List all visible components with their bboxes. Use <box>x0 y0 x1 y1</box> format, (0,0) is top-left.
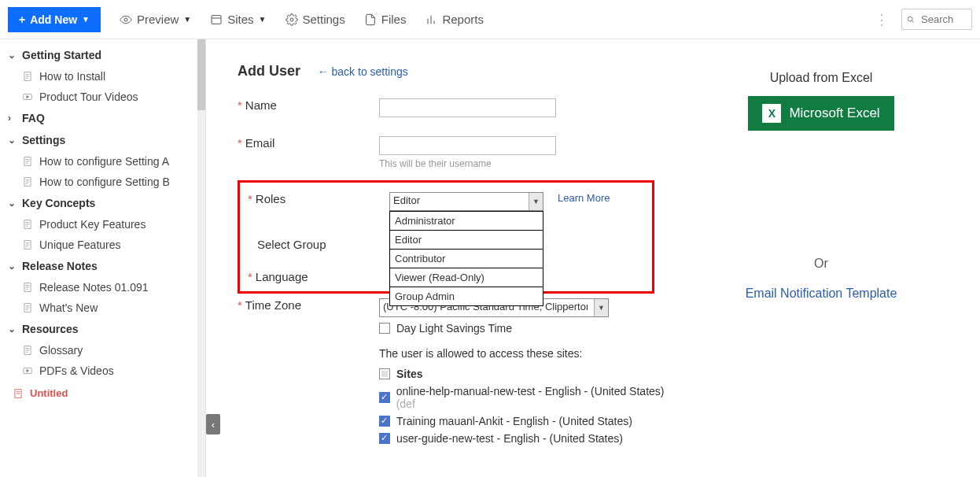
file-icon <box>364 13 377 26</box>
chevron-icon: ⌄ <box>8 261 19 272</box>
reports-label: Reports <box>442 13 484 26</box>
sidebar: ⌄Getting StartedHow to InstallProduct To… <box>0 39 206 477</box>
site-checkbox[interactable] <box>379 433 390 444</box>
daylight-checkbox[interactable] <box>379 323 390 334</box>
sidebar-item-label: Unique Features <box>39 238 121 251</box>
svg-line-8 <box>912 20 914 23</box>
sidebar-section[interactable]: ⌄Resources <box>5 318 205 340</box>
more-icon[interactable]: ⋮ <box>875 11 889 28</box>
site-label: online-help-manual-new-test - English - … <box>396 385 678 410</box>
name-input[interactable] <box>379 98 556 117</box>
email-hint: This will be their username <box>379 158 556 169</box>
timezone-label: *Time Zone <box>238 298 379 312</box>
doc-icon <box>22 176 33 187</box>
chevron-icon: ⌄ <box>8 135 19 146</box>
role-option-contributor[interactable]: Contributor <box>390 250 543 268</box>
sites-all-checkbox[interactable] <box>379 368 390 379</box>
sidebar-section[interactable]: ›FAQ <box>5 107 205 129</box>
svg-point-7 <box>908 17 912 21</box>
sidebar-item-label: Glossary <box>39 344 83 357</box>
svg-rect-1 <box>212 15 221 24</box>
email-input[interactable] <box>379 136 556 155</box>
sidebar-section[interactable]: ⌄Getting Started <box>5 44 205 66</box>
doc-icon <box>22 71 33 82</box>
sidebar-item-label: PDFs & Videos <box>39 364 114 377</box>
reports-menu[interactable]: Reports <box>425 13 484 26</box>
sidebar-item[interactable]: How to configure Setting A <box>5 151 205 172</box>
site-checkbox[interactable] <box>379 416 390 427</box>
email-template-link[interactable]: Email Notification Template <box>678 287 964 301</box>
video-icon <box>22 365 33 376</box>
excel-button[interactable]: X Microsoft Excel <box>748 96 893 131</box>
sidebar-item-label: How to configure Setting A <box>39 155 169 168</box>
site-checkbox[interactable] <box>379 392 390 403</box>
chart-icon <box>425 13 437 26</box>
site-label: Training mauanl-Ankit - English - (Unite… <box>396 415 632 427</box>
add-new-label: Add New <box>30 13 77 26</box>
sidebar-item[interactable]: What's New <box>5 298 205 318</box>
or-separator: Or <box>678 257 964 271</box>
chevron-icon: ⌄ <box>8 50 19 61</box>
doc-icon <box>22 219 33 230</box>
excel-button-label: Microsoft Excel <box>789 105 879 121</box>
sites-menu[interactable]: Sites ▼ <box>210 13 266 26</box>
sidebar-item[interactable]: How to Install <box>5 66 205 87</box>
role-option-administrator[interactable]: Administrator <box>390 212 543 231</box>
roles-label: *Roles <box>248 192 389 205</box>
sidebar-item[interactable]: PDFs & Videos <box>5 361 205 381</box>
preview-menu[interactable]: Preview ▼ <box>120 13 191 26</box>
sidebar-item[interactable]: Product Tour Videos <box>5 87 205 107</box>
site-label: user-guide-new-test - English - (United … <box>396 432 623 445</box>
doc-icon <box>22 345 33 356</box>
scrollbar-thumb[interactable] <box>197 39 205 110</box>
sidebar-item[interactable]: Product Key Features <box>5 214 205 235</box>
gear-icon <box>286 13 298 26</box>
sidebar-item[interactable]: Unique Features <box>5 235 205 255</box>
sidebar-section[interactable]: ⌄Settings <box>5 129 205 151</box>
files-menu[interactable]: Files <box>364 13 407 26</box>
search-input[interactable] <box>919 13 967 26</box>
settings-menu[interactable]: Settings <box>286 13 345 26</box>
chevron-icon: › <box>8 113 19 124</box>
add-new-button[interactable]: + Add New ▼ <box>8 7 101 32</box>
roles-highlight-box: *Roles Editor ▼ Administrator Editor Con… <box>238 180 654 294</box>
name-label: *Name <box>238 98 379 112</box>
role-option-group-admin[interactable]: Group Admin <box>390 287 543 305</box>
roles-selected-value: Editor <box>393 194 420 206</box>
back-link[interactable]: ← back to settings <box>318 65 408 78</box>
doc-icon <box>22 282 33 293</box>
sidebar-item-untitled[interactable]: Untitled <box>5 381 205 405</box>
svg-marker-44 <box>27 369 29 372</box>
sidebar-section-label: FAQ <box>22 112 45 124</box>
sidebar-section[interactable]: ⌄Release Notes <box>5 255 205 277</box>
access-heading: The user is allowed to access these site… <box>379 347 678 360</box>
sidebar-item-label: How to configure Setting B <box>39 176 170 188</box>
sites-label: Sites <box>227 13 253 26</box>
sidebar-item[interactable]: Glossary <box>5 340 205 361</box>
svg-point-0 <box>124 18 127 21</box>
sidebar-item[interactable]: How to configure Setting B <box>5 172 205 192</box>
sidebar-section[interactable]: ⌄Key Concepts <box>5 192 205 214</box>
search-icon <box>907 14 915 25</box>
learn-more-link[interactable]: Learn More <box>558 192 610 204</box>
role-option-viewer[interactable]: Viewer (Read-Only) <box>390 268 543 287</box>
doc-icon <box>22 156 33 167</box>
search-box[interactable] <box>901 9 972 30</box>
settings-label: Settings <box>303 13 345 26</box>
role-option-editor[interactable]: Editor <box>390 231 543 250</box>
sidebar-item-label: What's New <box>39 301 98 314</box>
sidebar-item[interactable]: Release Notes 01.091 <box>5 277 205 298</box>
email-label: *Email <box>238 136 379 150</box>
caret-down-icon: ▼ <box>259 15 267 24</box>
topbar: + Add New ▼ Preview ▼ Sites ▼ Settings F… <box>0 0 980 39</box>
language-label: *Language <box>248 270 389 283</box>
excel-icon: X <box>762 104 781 123</box>
select-group-label: Select Group <box>248 238 389 251</box>
caret-down-icon: ▼ <box>183 15 191 24</box>
roles-select[interactable]: Editor ▼ <box>389 192 543 211</box>
plus-icon: + <box>19 13 25 26</box>
doc-icon <box>13 388 24 399</box>
sidebar-section-label: Settings <box>22 134 65 146</box>
content: Add User ← back to settings *Name *Email… <box>206 39 980 477</box>
collapse-sidebar-button[interactable]: ‹ <box>206 414 220 434</box>
